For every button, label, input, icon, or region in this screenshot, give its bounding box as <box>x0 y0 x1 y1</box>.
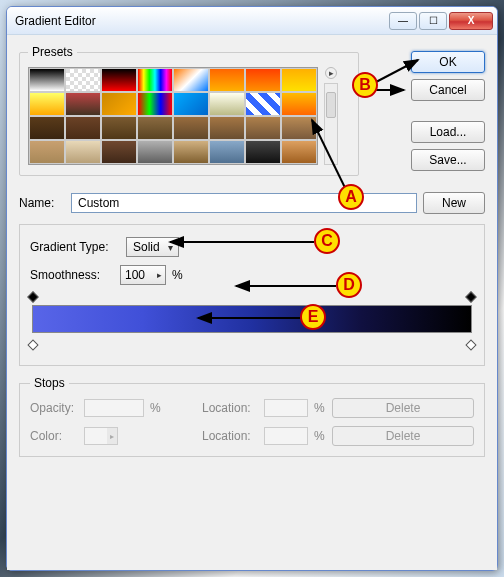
preset-swatch[interactable] <box>29 140 65 164</box>
location-label: Location: <box>202 429 258 443</box>
preset-swatch[interactable] <box>281 140 317 164</box>
preset-swatch[interactable] <box>29 92 65 116</box>
preset-scrollbar[interactable] <box>324 83 338 165</box>
gradient-bar[interactable] <box>32 305 472 333</box>
preset-swatch[interactable] <box>65 116 101 140</box>
maximize-button[interactable]: ☐ <box>419 12 447 30</box>
window-buttons: — ☐ X <box>387 12 493 30</box>
preset-swatch[interactable] <box>101 140 137 164</box>
preset-swatch[interactable] <box>209 116 245 140</box>
preset-swatch[interactable] <box>281 116 317 140</box>
save-button[interactable]: Save... <box>411 149 485 171</box>
stops-legend: Stops <box>30 376 69 390</box>
preset-swatch[interactable] <box>281 68 317 92</box>
gradient-type-select[interactable]: Solid <box>126 237 179 257</box>
preset-swatch[interactable] <box>137 68 173 92</box>
opacity-input <box>84 399 144 417</box>
pct-sign: % <box>314 429 326 443</box>
gradient-type-fieldset: Gradient Type: Solid Smoothness: 100 % <box>19 224 485 366</box>
load-button[interactable]: Load... <box>411 121 485 143</box>
smoothness-input[interactable]: 100 <box>120 265 166 285</box>
preset-swatch[interactable] <box>65 92 101 116</box>
name-row: Name: New <box>19 192 485 214</box>
preset-swatch[interactable] <box>173 116 209 140</box>
preset-swatch[interactable] <box>29 116 65 140</box>
name-label: Name: <box>19 196 65 210</box>
preset-swatch[interactable] <box>245 116 281 140</box>
preset-swatch[interactable] <box>137 140 173 164</box>
location-label: Location: <box>202 401 258 415</box>
color-label: Color: <box>30 429 78 443</box>
preset-swatch[interactable] <box>137 92 173 116</box>
preset-swatch[interactable] <box>281 92 317 116</box>
presets-legend: Presets <box>28 45 77 59</box>
color-chip: ▸ <box>84 427 118 445</box>
preset-swatch[interactable] <box>101 92 137 116</box>
preset-swatch[interactable] <box>29 68 65 92</box>
preset-swatch[interactable] <box>173 68 209 92</box>
preset-swatch[interactable] <box>173 92 209 116</box>
preset-swatch[interactable] <box>101 116 137 140</box>
opacity-label: Opacity: <box>30 401 78 415</box>
pct-sign: % <box>172 268 183 282</box>
close-button[interactable]: X <box>449 12 493 30</box>
presets-fieldset: Presets ▸ <box>19 45 359 176</box>
preset-swatch[interactable] <box>245 140 281 164</box>
gradient-type-label: Gradient Type: <box>30 240 120 254</box>
stops-fieldset: Stops Opacity: % Location: % Delete Colo… <box>19 376 485 457</box>
preset-swatch[interactable] <box>245 68 281 92</box>
opacity-stops-track[interactable] <box>32 293 472 303</box>
titlebar[interactable]: Gradient Editor — ☐ X <box>7 7 497 35</box>
gradient-type-value: Solid <box>133 240 160 254</box>
preset-swatch[interactable] <box>65 140 101 164</box>
preset-swatch[interactable] <box>209 68 245 92</box>
color-stops-track[interactable] <box>32 341 472 351</box>
preset-flyout-icon[interactable]: ▸ <box>325 67 337 79</box>
cancel-button[interactable]: Cancel <box>411 79 485 101</box>
delete-opacity-stop-button: Delete <box>332 398 474 418</box>
minimize-button[interactable]: — <box>389 12 417 30</box>
pct-sign: % <box>314 401 326 415</box>
new-button[interactable]: New <box>423 192 485 214</box>
color-location-input <box>264 427 308 445</box>
smoothness-label: Smoothness: <box>30 268 114 282</box>
client-area: OK Cancel Load... Save... Presets ▸ Name… <box>7 35 497 570</box>
preset-swatch[interactable] <box>245 92 281 116</box>
delete-color-stop-button: Delete <box>332 426 474 446</box>
preset-swatch[interactable] <box>101 68 137 92</box>
preset-swatch[interactable] <box>137 116 173 140</box>
side-button-column: OK Cancel Load... Save... <box>411 51 485 171</box>
smoothness-value: 100 <box>125 268 145 282</box>
window-title: Gradient Editor <box>15 14 387 28</box>
gradient-bar-area <box>32 293 472 351</box>
name-input[interactable] <box>71 193 417 213</box>
preset-swatch[interactable] <box>209 92 245 116</box>
preset-swatch[interactable] <box>173 140 209 164</box>
preset-swatch[interactable] <box>65 68 101 92</box>
opacity-location-input <box>264 399 308 417</box>
ok-button[interactable]: OK <box>411 51 485 73</box>
gradient-editor-window: Gradient Editor — ☐ X OK Cancel Load... … <box>6 6 498 571</box>
preset-swatches-grid[interactable] <box>28 67 318 165</box>
preset-swatch[interactable] <box>209 140 245 164</box>
pct-sign: % <box>150 401 162 415</box>
